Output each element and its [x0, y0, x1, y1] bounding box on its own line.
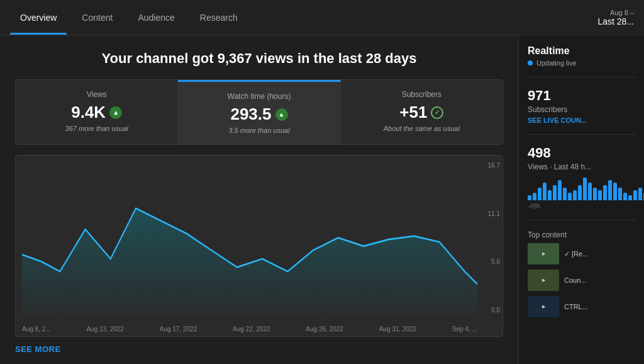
x-label-1: Aug 8, 2...: [22, 326, 51, 333]
mini-bar-segment: [628, 195, 632, 200]
y-label-2: 11.1: [488, 210, 500, 217]
top-navigation: Overview Content Audience Research Aug 8…: [0, 0, 644, 35]
arrow-up-icon: ▲: [109, 106, 122, 119]
stat-card-views[interactable]: Views 9.4K ▲ 367 more than usual: [16, 80, 178, 144]
main-area: Your channel got 9,367 views in the last…: [0, 35, 644, 364]
stat-views-value: 9.4K ▲: [28, 103, 165, 122]
chart-y-labels: 16.7 11.1 5.6 0.0: [488, 162, 500, 314]
thumb-3: ▶: [528, 296, 559, 317]
see-more-button[interactable]: SEE MORE: [15, 344, 503, 354]
mini-bar-segment: [538, 188, 541, 200]
rt-views-label: Views · Last 48 h...: [528, 162, 635, 171]
mini-bar-segment: [568, 193, 572, 200]
realtime-title: Realtime: [528, 45, 635, 57]
tab-content[interactable]: Content: [72, 0, 123, 35]
line-chart: [22, 162, 477, 314]
stats-row: Views 9.4K ▲ 367 more than usual Watch t…: [15, 79, 503, 145]
nav-tabs: Overview Content Audience Research: [10, 0, 248, 35]
mini-bar-segment: [623, 193, 627, 200]
stat-subs-label: Subscribers: [353, 90, 490, 99]
stat-watchtime-label: Watch time (hours): [191, 92, 327, 101]
right-panel: Realtime Updating live 971 Subscribers S…: [518, 35, 644, 364]
top-content-item-1[interactable]: ▶ ✓ [Re...: [528, 243, 635, 264]
check-circle-icon: ✓: [431, 106, 443, 119]
realtime-section: Realtime Updating live: [528, 45, 635, 67]
stat-card-watchtime[interactable]: Watch time (hours) 293.5 ▲ 3.5 more than…: [178, 80, 340, 144]
mini-bar-segment: [573, 190, 577, 200]
mini-bar-segment: [558, 180, 562, 200]
mini-bar-segment: [608, 180, 612, 200]
time-label: -48h: [528, 203, 635, 210]
tab-audience[interactable]: Audience: [128, 0, 184, 35]
tab-research[interactable]: Research: [190, 0, 248, 35]
y-label-3: 5.6: [491, 258, 500, 265]
x-label-3: Aug 17, 2022: [160, 326, 197, 333]
x-label-4: Aug 22, 2022: [233, 326, 270, 333]
chart-area: 16.7 11.1 5.6 0.0 Aug 8, 2... Aug 13, 20…: [15, 155, 503, 337]
mini-bar-segment: [638, 188, 642, 200]
top-content-item-3[interactable]: ▶ CTRL...: [528, 296, 635, 317]
mini-bar-segment: [618, 188, 622, 200]
y-label-4: 0.0: [491, 307, 500, 314]
live-dot-icon: [528, 60, 533, 65]
mini-bar-segment: [613, 183, 617, 200]
divider-3: [528, 220, 635, 220]
divider-1: [528, 77, 635, 77]
mini-bar-segment: [553, 185, 557, 200]
x-label-5: Aug 26, 2022: [306, 326, 343, 333]
divider-2: [528, 134, 635, 135]
rt-subscribers-value: 971: [528, 88, 635, 104]
stat-views-change: 367 more than usual: [28, 125, 165, 132]
mini-bar-chart: [528, 175, 635, 200]
mini-bar-segment: [603, 185, 607, 200]
stat-subs-value: +51 ✓: [353, 103, 490, 122]
mini-bar-segment: [583, 178, 587, 200]
see-live-count-button[interactable]: SEE LIVE COUN...: [528, 117, 635, 124]
y-label-1: 16.7: [488, 162, 500, 169]
tab-overview[interactable]: Overview: [10, 0, 67, 35]
realtime-status: Updating live: [528, 59, 635, 67]
x-label-6: Aug 31, 2022: [379, 326, 417, 333]
mini-bar-segment: [588, 183, 592, 200]
rt-subscribers-label: Subscribers: [528, 105, 635, 114]
stat-watchtime-change: 3.5 more than usual: [191, 127, 327, 134]
top-content-item-2[interactable]: ▶ Coun...: [528, 270, 635, 291]
thumb-1: ▶: [528, 243, 559, 264]
stat-views-label: Views: [28, 90, 165, 99]
subscribers-section: 971 Subscribers SEE LIVE COUN...: [528, 88, 635, 124]
top-content-label-1: ✓ [Re...: [564, 250, 635, 258]
thumb-2: ▶: [528, 270, 559, 291]
top-content-label-3: CTRL...: [564, 303, 635, 310]
x-label-7: Sep 4, ...: [452, 326, 477, 333]
top-content-section: Top content ▶ ✓ [Re... ▶ Coun... ▶ CTRL.…: [528, 230, 635, 322]
left-panel: Your channel got 9,367 views in the last…: [0, 35, 518, 364]
mini-bar-segment: [598, 190, 602, 200]
mini-bar-segment: [548, 190, 552, 200]
top-content-label-2: Coun...: [564, 276, 635, 284]
mini-bar-segment: [543, 183, 547, 200]
stat-subs-change: About the same as usual: [353, 125, 490, 132]
mini-bar-segment: [593, 188, 597, 200]
mini-bar-segment: [533, 193, 536, 200]
date-range[interactable]: Aug 8 – Last 28...: [597, 9, 634, 26]
mini-bar-segment: [633, 190, 637, 200]
mini-bar-segment: [578, 185, 582, 200]
live-status-text: Updating live: [536, 59, 577, 67]
x-label-2: Aug 13, 2022: [86, 326, 124, 333]
views-section: 498 Views · Last 48 h... -48h: [528, 145, 635, 210]
chart-x-labels: Aug 8, 2... Aug 13, 2022 Aug 17, 2022 Au…: [22, 326, 477, 333]
mini-bar-segment: [528, 195, 531, 200]
headline: Your channel got 9,367 views in the last…: [15, 50, 503, 67]
stat-card-subscribers[interactable]: Subscribers +51 ✓ About the same as usua…: [341, 80, 502, 144]
arrow-up-icon-2: ▲: [275, 108, 288, 121]
stat-watchtime-value: 293.5 ▲: [191, 105, 327, 124]
top-content-title: Top content: [528, 230, 635, 239]
rt-views-value: 498: [528, 145, 635, 161]
mini-bar-segment: [563, 188, 567, 200]
